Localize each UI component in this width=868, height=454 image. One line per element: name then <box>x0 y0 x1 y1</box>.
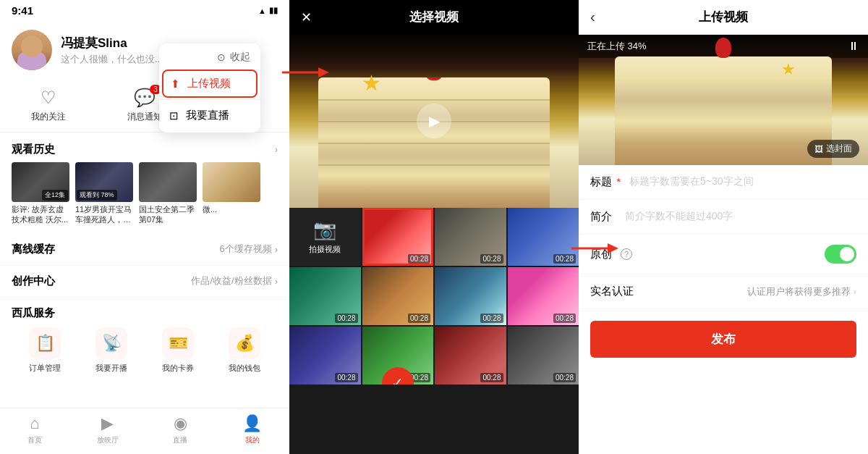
heart-icon: ♡ <box>41 88 56 108</box>
creation-right: 作品/收益/粉丝数据 › <box>191 274 278 287</box>
play-icon: ▶ <box>429 112 440 130</box>
creation-title: 创作中心 <box>12 274 55 288</box>
select-video-panel: ✕ 选择视频 ★ ▶ <box>289 0 579 454</box>
grid-item-8[interactable]: 00:28 <box>289 327 361 384</box>
service-coupon[interactable]: 🎫 我的卡券 <box>162 327 194 374</box>
upload-cake-visual: 正在上传 34% ⏸ ★ 🖼 选封面 <box>579 35 868 165</box>
coupon-label: 我的卡券 <box>162 363 194 374</box>
required-mark: * <box>613 175 621 188</box>
desc-input[interactable]: 简介字数不能超过400字 <box>625 210 856 223</box>
list-item[interactable]: 观看到 78% 11岁男孩开宝马车撞死路人，让你... <box>75 162 133 225</box>
nav-live[interactable]: ◉ 直播 <box>173 414 187 445</box>
status-icons: ▲ ▮▮ <box>258 6 278 15</box>
service-wallet[interactable]: 💰 我的钱包 <box>229 327 260 374</box>
realname-value: 认证用户将获得更多推荐 <box>747 285 851 298</box>
list-item[interactable]: 微... <box>203 162 260 225</box>
offline-right: 6个缓存视频 › <box>219 243 278 256</box>
realname-right: 认证用户将获得更多推荐 › <box>747 285 856 298</box>
video-duration-6: 00:28 <box>480 314 503 323</box>
popup-menu: ⊙ 收起 ⬆ 上传视频 ⊡ 我要直播 <box>159 43 260 133</box>
profile-panel: 9:41 ▲ ▮▮ 冯提莫Slina 这个人很懒，什么也没... ♡ 我的关注 … <box>0 0 289 454</box>
grid-item-9[interactable]: ✓ 00:28 <box>362 327 434 384</box>
video-duration-7: 00:28 <box>553 314 576 323</box>
grid-item-11[interactable]: 00:28 <box>508 327 579 384</box>
service-order[interactable]: 📋 订单管理 <box>29 327 61 374</box>
live-label: 我要开播 <box>95 363 127 374</box>
camera-item[interactable]: 📷 拍摄视频 <box>289 208 361 266</box>
grid-item-2[interactable]: 00:28 <box>435 208 506 266</box>
follows-label: 我的关注 <box>31 111 66 123</box>
history-title-1: 影评: 故弄玄虚技术粗糙 沃尔... <box>12 204 69 225</box>
grid-row-2: 00:28 00:28 00:28 00:28 <box>289 267 579 325</box>
video-duration-2: 00:28 <box>480 254 503 264</box>
title-label: 标题 * <box>590 175 621 189</box>
nav-theater[interactable]: ▶ 放映厅 <box>97 414 119 445</box>
service-live[interactable]: 📡 我要开播 <box>95 327 127 374</box>
grid-item-3[interactable]: 00:28 <box>508 208 579 266</box>
grid-item-1[interactable]: 00:28 <box>362 208 434 266</box>
grid-item-7[interactable]: 00:28 <box>508 267 579 325</box>
mine-icon: 👤 <box>242 414 262 433</box>
back-button[interactable]: ‹ <box>590 9 595 25</box>
nav-mine-label: 我的 <box>245 435 260 445</box>
my-follows[interactable]: ♡ 我的关注 <box>31 88 66 123</box>
popup-collapse[interactable]: ⊙ 收起 <box>159 46 260 68</box>
collapse-label: 收起 <box>230 51 250 64</box>
original-toggle[interactable] <box>825 245 856 264</box>
camera-label: 拍摄视频 <box>309 244 341 255</box>
upload-cake-body <box>615 56 832 165</box>
title-input[interactable]: 标题字数需要在5~30字之间 <box>629 175 856 188</box>
cover-icon: 🖼 <box>814 144 823 154</box>
arrow-2 <box>571 240 618 260</box>
grid-row-3: 00:28 ✓ 00:28 00:28 00:28 <box>289 327 579 384</box>
history-title-4: 微... <box>203 204 260 214</box>
video-duration-1: 00:28 <box>408 254 430 264</box>
realname-chevron: › <box>854 287 856 297</box>
history-title-3: 国土安全第二季第07集 <box>139 204 197 225</box>
svg-marker-1 <box>318 67 329 77</box>
select-cover-button[interactable]: 🖼 选封面 <box>807 140 859 158</box>
upload-video-button[interactable]: ⬆ 上传视频 <box>162 70 258 98</box>
live-menu-label: 我要直播 <box>186 109 229 122</box>
original-info-icon[interactable]: ? <box>621 248 632 260</box>
status-bar: 9:41 ▲ ▮▮ <box>0 0 289 21</box>
play-button[interactable]: ▶ <box>417 104 451 138</box>
grid-item-6[interactable]: 00:28 <box>435 267 506 325</box>
confirm-button[interactable]: ✓ <box>382 367 414 384</box>
pause-button[interactable]: ⏸ <box>848 40 859 53</box>
nav-home[interactable]: ⌂ 首页 <box>27 414 42 445</box>
close-button[interactable]: ✕ <box>301 9 312 25</box>
chevron-icon: › <box>275 244 278 255</box>
creation-section[interactable]: 创作中心 作品/收益/粉丝数据 › <box>0 266 289 298</box>
wallet-label: 我的钱包 <box>229 363 260 374</box>
list-item[interactable]: 国土安全第二季第07集 <box>139 162 197 225</box>
upload-label: 上传视频 <box>187 77 231 91</box>
publish-button[interactable]: 发布 <box>590 321 856 358</box>
upload-star: ★ <box>781 60 796 79</box>
progress-text: 正在上传 34% <box>587 40 647 53</box>
messages[interactable]: 💬 3 消息通知 <box>127 88 162 123</box>
svg-marker-3 <box>608 243 618 253</box>
live-button[interactable]: ⊡ 我要直播 <box>159 101 260 130</box>
coupon-icon: 🎫 <box>162 327 194 359</box>
arrow-svg-2 <box>571 240 618 257</box>
history-title-2: 11岁男孩开宝马车撞死路人，让你... <box>75 204 133 225</box>
strawberry <box>425 77 443 80</box>
grid-item-5[interactable]: 00:28 <box>362 267 434 325</box>
offline-section[interactable]: 离线缓存 6个缓存视频 › <box>0 234 289 266</box>
creation-desc: 作品/收益/粉丝数据 <box>191 274 271 287</box>
title-label-text: 标题 <box>590 175 612 188</box>
offline-count: 6个缓存视频 <box>219 243 271 256</box>
history-more[interactable]: › <box>275 144 278 155</box>
avatar[interactable] <box>12 30 52 70</box>
nav-mine[interactable]: 👤 我的 <box>242 414 262 445</box>
panel3-title: 上传视频 <box>699 9 748 25</box>
popup-divider <box>159 99 260 100</box>
original-row: 原创 ? <box>579 235 868 274</box>
services-grid: 📋 订单管理 📡 我要开播 🎫 我的卡券 💰 我的钱包 <box>12 327 278 374</box>
grid-item-10[interactable]: 00:28 <box>435 327 506 384</box>
list-item[interactable]: 全12集 影评: 故弄玄虚技术粗糙 沃尔... <box>12 162 69 225</box>
video-duration-5: 00:28 <box>408 314 430 323</box>
grid-item-4[interactable]: 00:28 <box>289 267 361 325</box>
realname-row[interactable]: 实名认证 认证用户将获得更多推荐 › <box>579 274 868 309</box>
